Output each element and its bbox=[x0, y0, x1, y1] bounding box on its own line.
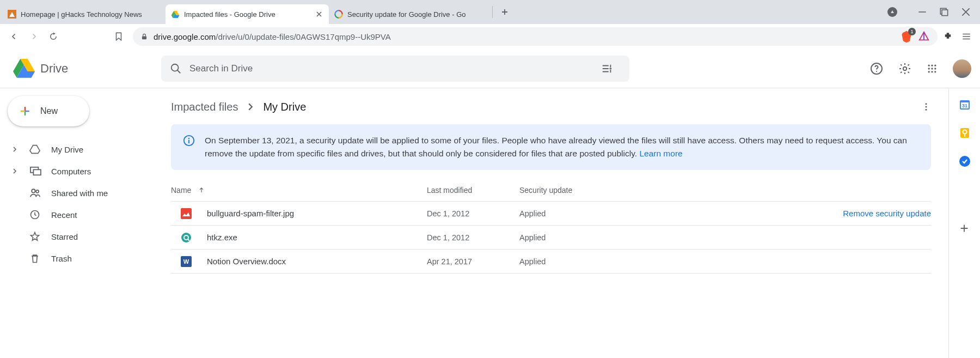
side-panel: 31 bbox=[948, 88, 980, 358]
extensions-area bbox=[943, 32, 975, 41]
extensions-icon[interactable] bbox=[943, 32, 953, 41]
browser-tab[interactable]: Security update for Google Drive - Go bbox=[329, 4, 492, 24]
svg-point-21 bbox=[36, 190, 39, 193]
brave-shields-icon[interactable]: 1 bbox=[901, 30, 912, 43]
drive-logo[interactable]: Drive bbox=[9, 59, 161, 78]
chevron-right-icon bbox=[247, 103, 254, 111]
browser-menu-icon[interactable] bbox=[961, 32, 971, 41]
lock-icon[interactable] bbox=[140, 33, 148, 40]
file-security: Applied bbox=[519, 209, 634, 218]
bookmark-button[interactable] bbox=[110, 28, 127, 45]
svg-point-11 bbox=[934, 64, 936, 66]
nav-trash[interactable]: Trash bbox=[8, 247, 163, 269]
profile-indicator-icon[interactable] bbox=[887, 7, 897, 17]
settings-icon[interactable] bbox=[898, 62, 911, 75]
address-bar[interactable]: drive.google.com/drive/u/0/update-files/… bbox=[133, 27, 938, 46]
info-icon bbox=[183, 135, 195, 160]
nav-recent[interactable]: Recent bbox=[8, 204, 163, 226]
svg-point-8 bbox=[903, 66, 906, 70]
toolbar: drive.google.com/drive/u/0/update-files/… bbox=[0, 24, 980, 49]
close-tab-icon[interactable] bbox=[315, 10, 323, 19]
svg-rect-29 bbox=[181, 208, 192, 219]
search-input[interactable]: Search in Drive bbox=[161, 56, 629, 82]
file-modified: Dec 1, 2012 bbox=[427, 209, 519, 218]
nav-list: My Drive Computers Shared with me Recent bbox=[8, 138, 163, 269]
brave-rewards-icon[interactable] bbox=[918, 31, 930, 43]
search-icon bbox=[170, 63, 182, 75]
browser-tab[interactable]: Homepage | gHacks Technology News bbox=[2, 4, 166, 24]
chevron-right-icon[interactable] bbox=[12, 147, 20, 152]
svg-point-23 bbox=[926, 103, 927, 105]
chevron-right-icon[interactable] bbox=[12, 168, 20, 174]
column-security[interactable]: Security update bbox=[519, 186, 634, 195]
browser-tab-active[interactable]: Impacted files - Google Drive bbox=[166, 4, 329, 24]
star-icon bbox=[29, 231, 41, 242]
account-avatar[interactable] bbox=[953, 59, 971, 78]
maximize-icon[interactable] bbox=[940, 8, 948, 16]
svg-point-15 bbox=[928, 71, 930, 72]
table-row[interactable]: bullguard-spam-filter.jpg Dec 1, 2012 Ap… bbox=[171, 202, 931, 226]
trash-icon bbox=[29, 253, 41, 264]
drive-favicon bbox=[171, 10, 180, 19]
svg-point-12 bbox=[928, 68, 930, 69]
svg-rect-3 bbox=[942, 10, 948, 16]
close-window-icon[interactable] bbox=[961, 8, 970, 16]
calendar-icon[interactable]: 31 bbox=[958, 98, 971, 111]
minimize-icon[interactable] bbox=[918, 8, 927, 16]
breadcrumb-current[interactable]: My Drive bbox=[263, 101, 306, 113]
people-icon bbox=[29, 188, 41, 198]
nav-label: Recent bbox=[51, 210, 77, 220]
nav-my-drive[interactable]: My Drive bbox=[8, 138, 163, 160]
nav-computers[interactable]: Computers bbox=[8, 160, 163, 182]
svg-point-10 bbox=[931, 64, 933, 66]
breadcrumb-root[interactable]: Impacted files bbox=[171, 101, 238, 113]
add-addon-icon[interactable] bbox=[958, 222, 971, 235]
breadcrumb: Impacted files My Drive bbox=[171, 94, 931, 120]
nav-label: Starred bbox=[51, 232, 78, 241]
nav-shared[interactable]: Shared with me bbox=[8, 182, 163, 204]
clock-icon bbox=[29, 209, 41, 220]
new-label: New bbox=[40, 106, 58, 116]
plus-icon bbox=[17, 104, 33, 119]
nav-starred[interactable]: Starred bbox=[8, 226, 163, 247]
svg-point-16 bbox=[931, 71, 933, 72]
remove-security-update-link[interactable]: Remove security update bbox=[634, 209, 931, 218]
nav-label: My Drive bbox=[51, 145, 83, 154]
back-button[interactable] bbox=[5, 28, 23, 45]
tasks-icon[interactable] bbox=[958, 155, 971, 168]
ghacks-favicon bbox=[8, 10, 16, 19]
file-table: Name Last modified Security update bullg… bbox=[171, 179, 931, 274]
learn-more-link[interactable]: Learn more bbox=[639, 149, 682, 158]
column-name[interactable]: Name bbox=[171, 186, 427, 195]
word-file-icon: W bbox=[181, 256, 192, 267]
svg-point-13 bbox=[931, 68, 933, 69]
table-row[interactable]: htkz.exe Dec 1, 2012 Applied bbox=[171, 226, 931, 250]
forward-button[interactable] bbox=[25, 28, 42, 45]
keep-icon[interactable] bbox=[958, 126, 971, 139]
table-header: Name Last modified Security update bbox=[171, 179, 931, 202]
window-controls bbox=[878, 0, 980, 24]
help-icon[interactable] bbox=[870, 62, 883, 75]
header-icons bbox=[870, 59, 971, 78]
file-security: Applied bbox=[519, 257, 634, 266]
file-security: Applied bbox=[519, 233, 634, 242]
tab-strip: Homepage | gHacks Technology News Impact… bbox=[0, 0, 980, 24]
drive-logo-text: Drive bbox=[40, 62, 68, 76]
file-name: htkz.exe bbox=[207, 233, 237, 242]
main-area: New My Drive Computers Shared with me bbox=[0, 88, 980, 358]
file-name: Notion Overview.docx bbox=[207, 257, 286, 266]
search-placeholder: Search in Drive bbox=[189, 63, 253, 74]
apps-icon[interactable] bbox=[927, 63, 938, 74]
search-filter-icon[interactable] bbox=[601, 63, 621, 75]
svg-point-20 bbox=[32, 189, 35, 192]
column-modified[interactable]: Last modified bbox=[427, 186, 519, 195]
image-file-icon bbox=[181, 208, 192, 219]
new-tab-button[interactable] bbox=[497, 4, 512, 20]
more-options-icon[interactable] bbox=[921, 102, 931, 112]
browser-chrome: Homepage | gHacks Technology News Impact… bbox=[0, 0, 980, 49]
reload-button[interactable] bbox=[45, 28, 62, 45]
svg-text:31: 31 bbox=[961, 103, 967, 108]
drive-icon bbox=[29, 144, 41, 154]
table-row[interactable]: W Notion Overview.docx Apr 21, 2017 Appl… bbox=[171, 250, 931, 274]
new-button[interactable]: New bbox=[8, 96, 89, 126]
